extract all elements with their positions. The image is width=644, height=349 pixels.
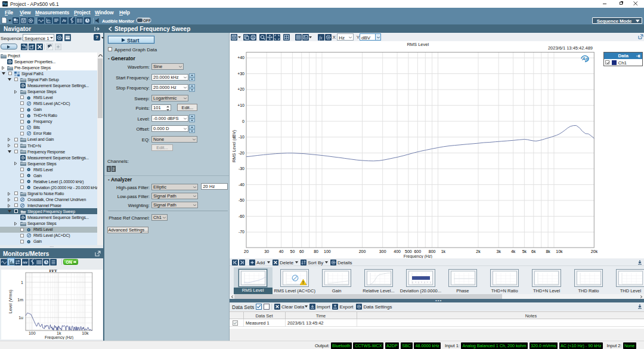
- svg-text:0: 0: [242, 119, 244, 123]
- svg-text:2k: 2k: [476, 249, 481, 254]
- svg-text:200: 200: [359, 249, 366, 254]
- svg-text:+40: +40: [237, 55, 244, 60]
- svg-text:800: 800: [429, 249, 436, 254]
- svg-text:RMS Level: RMS Level: [407, 42, 429, 47]
- svg-text:fx: fx: [319, 35, 323, 40]
- svg-text:8k: 8k: [546, 249, 550, 254]
- svg-text:5k: 5k: [522, 249, 527, 254]
- svg-text:+20: +20: [237, 87, 244, 91]
- svg-text:1k: 1k: [57, 331, 61, 335]
- svg-text:Frequency (Hz): Frequency (Hz): [404, 254, 432, 258]
- svg-text:Frequency (Hz): Frequency (Hz): [45, 335, 73, 340]
- svg-text:400: 400: [394, 249, 401, 254]
- svg-text:10k: 10k: [556, 249, 563, 254]
- svg-text:80: 80: [314, 249, 318, 254]
- svg-text:+30: +30: [237, 72, 244, 76]
- svg-text:20k: 20k: [591, 249, 598, 254]
- svg-text:30: 30: [264, 249, 269, 254]
- svg-text:1m: 1m: [17, 298, 23, 302]
- svg-text:10k: 10k: [82, 331, 89, 335]
- svg-text:4k: 4k: [511, 249, 516, 254]
- svg-text:3k: 3k: [496, 249, 501, 254]
- svg-text:-70: -70: [239, 230, 244, 234]
- svg-text:600: 600: [414, 249, 421, 254]
- svg-text:300: 300: [379, 249, 386, 254]
- svg-text:60: 60: [299, 249, 304, 254]
- svg-text:FFT: FFT: [49, 270, 57, 273]
- svg-text:!: !: [302, 280, 304, 285]
- svg-text:Ap: Ap: [581, 56, 589, 61]
- svg-text:RMS Level (dBV): RMS Level (dBV): [232, 130, 237, 162]
- svg-text:-50: -50: [239, 198, 244, 202]
- svg-text:-30: -30: [239, 166, 244, 171]
- svg-text:500: 500: [405, 249, 412, 254]
- svg-text:2023/6/1 13:45:42.489: 2023/6/1 13:45:42.489: [548, 45, 593, 51]
- svg-text:Level (Vrms): Level (Vrms): [8, 290, 13, 313]
- svg-text:20: 20: [244, 249, 249, 254]
- svg-text:-40: -40: [239, 183, 244, 187]
- svg-text:+10: +10: [237, 103, 244, 107]
- svg-text:50: 50: [290, 249, 295, 254]
- svg-text:-60: -60: [239, 214, 244, 218]
- svg-text:1k: 1k: [441, 249, 446, 254]
- svg-text:-10: -10: [239, 135, 244, 139]
- svg-text:-20: -20: [239, 151, 244, 155]
- svg-text:6k: 6k: [531, 249, 536, 254]
- svg-text:40: 40: [279, 249, 284, 254]
- svg-text:1u: 1u: [18, 316, 23, 320]
- svg-text:100: 100: [324, 249, 331, 254]
- svg-text:1: 1: [21, 280, 23, 285]
- svg-text:100: 100: [29, 331, 36, 335]
